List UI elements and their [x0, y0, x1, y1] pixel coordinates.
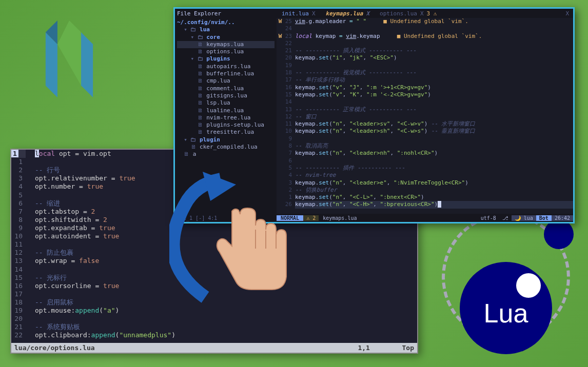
code-line[interactable]: 10keymap.set("n", "<leader>sh", "<C-w>s"… — [277, 128, 573, 135]
tree-file-cmp.lua[interactable]: 🗎 cmp.lua — [177, 77, 275, 85]
status-pos: 1,1 Top — [358, 344, 414, 352]
code-line[interactable]: 8-- 取消高亮 — [277, 142, 573, 150]
tree-file-treesitter.lua[interactable]: 🗎 treesitter.lua — [177, 129, 275, 136]
time-badge: 26:42 — [552, 215, 573, 221]
file-badge: keymaps.lua — [319, 215, 361, 221]
code-line[interactable]: 13-- ---------- 正常模式 ---------- --- — [277, 106, 573, 113]
lua-logo: Lua — [444, 223, 578, 357]
tab-init-lua[interactable]: init.luaX — [277, 10, 321, 17]
code-line[interactable]: 19 — [277, 62, 573, 69]
code-line[interactable]: 4-- nvim-tree — [277, 172, 573, 179]
code-line[interactable]: 9 — [277, 135, 573, 142]
tree-folder-plugin[interactable]: ▾ 🗀 plugin — [177, 136, 275, 144]
code-line[interactable]: 26keymap.set("n", "<C-H>", ":bprevious<C… — [277, 201, 573, 208]
pos-badge: Bot — [536, 215, 552, 221]
code-line[interactable]: 6 — [277, 157, 573, 165]
tree-file-autopairs.lua[interactable]: 🗎 autopairs.lua — [177, 63, 275, 70]
tree-file-lualine.lua[interactable]: 🗎 lualine.lua — [177, 107, 275, 114]
tree-folder-lua[interactable]: ▾ 🗀 lua — [177, 26, 275, 33]
code-panel[interactable]: W25vim.g.mapleader = " " ■ Undefined glo… — [277, 18, 573, 214]
tree-folder-plugins[interactable]: ▾ 🗀 plugins — [177, 55, 275, 63]
tree-file-bufferline.lua[interactable]: 🗎 bufferline.lua — [177, 70, 275, 77]
code-line[interactable]: 1keymap.set("n", "<C-L>", ":bnext<CR>") — [277, 194, 573, 201]
close-all-icon[interactable]: X — [565, 10, 573, 17]
tree-file-plugins-setup.lua[interactable]: 🗎 plugins-setup.lua — [177, 121, 275, 129]
code-line[interactable]: W23local keymap = vim.keymap ■ Undefined… — [277, 33, 573, 40]
lua-logo-text: Lua — [484, 298, 528, 329]
file-explorer-title: File Explorer — [175, 10, 277, 17]
tree-folder-core[interactable]: ▾ 🗀 core — [177, 34, 275, 41]
tab-bar: File Explorer init.luaXkeymaps.luaXoptio… — [175, 9, 573, 18]
tree-file-nvim-tree.lua[interactable]: 🗎 nvim-tree.lua — [177, 114, 275, 121]
tree-file-lsp.lua[interactable]: 🗎 lsp.lua — [177, 99, 275, 107]
tab-keymaps-lua[interactable]: keymaps.luaX — [321, 10, 375, 17]
code-line[interactable]: 2-- 切换buffer — [277, 187, 573, 194]
code-line[interactable]: 22opt.clipboard:append("unnamedplus") — [11, 331, 417, 339]
code-line[interactable]: 21-- 系统剪贴板 — [11, 323, 417, 331]
lang-badge: 🌙 lua — [512, 215, 536, 221]
code-line[interactable]: 5-- ---------- 插件 ---------- --- — [277, 165, 573, 172]
code-line[interactable]: 14 — [277, 98, 573, 106]
close-icon[interactable]: X — [366, 10, 369, 17]
statusbar: lua/core/options.lua 1,1 Top — [11, 343, 417, 353]
code-line[interactable]: 11keymap.set("n", "<leader>sv", "<C-w>v"… — [277, 120, 573, 128]
tree-file-a[interactable]: 🗎 a — [177, 151, 275, 158]
code-line[interactable]: 16keymap.set("v", "J", ":m '>+1<CR>gv=gv… — [277, 84, 573, 91]
absolute-linenum: 1 — [11, 150, 18, 157]
code-line[interactable]: 20keymap.set("i", "jk", "<ESC>") — [277, 54, 573, 62]
tree-file-cker_compiled.lua[interactable]: 🗎 cker_compiled.lua — [177, 144, 275, 151]
code-line[interactable]: 17-- 单行或多行移动 — [277, 76, 573, 84]
encoding-badge: utf-8 — [478, 215, 499, 221]
tree-file-options.lua[interactable]: 🗎 options.lua — [177, 48, 275, 55]
branch-icon: ⎇ — [499, 215, 512, 221]
code-line[interactable]: W25vim.g.mapleader = " " ■ Undefined glo… — [277, 18, 573, 25]
code-line[interactable]: 7keymap.set("n", "<leader>nh", ":nohl<CR… — [277, 150, 573, 157]
code-line[interactable]: 15keymap.set("v", "K", ":m '<-2<CR>gv=gv… — [277, 91, 573, 98]
code-line[interactable]: 21-- ---------- 插入模式 ---------- --- — [277, 47, 573, 54]
code-line[interactable]: 18-- ---------- 视觉模式 ---------- --- — [277, 69, 573, 76]
neovim-logo — [38, 21, 100, 97]
tree-file-keymaps.lua[interactable]: 🗎 keymaps.lua — [177, 41, 275, 48]
code-line[interactable]: 12-- 窗口 — [277, 113, 573, 120]
tree-file-gitsigns.lua[interactable]: 🗎 gitsigns.lua — [177, 92, 275, 99]
tree-file-comment.lua[interactable]: 🗎 comment.lua — [177, 85, 275, 92]
code-line[interactable]: 24 — [277, 25, 573, 32]
code-line[interactable]: 22 — [277, 40, 573, 47]
code-line[interactable]: 3keymap.set("n", "<leader>e", ":NvimTree… — [277, 179, 573, 187]
close-icon[interactable]: X — [420, 10, 424, 17]
hand-pointer-icon — [169, 169, 313, 313]
code-line[interactable]: 20 — [11, 315, 417, 323]
tree-path: ~/.config/nvim/.. — [177, 19, 275, 26]
tab-options-lua[interactable]: options.luaX 3 ⚠ — [375, 10, 442, 17]
status-file: lua/core/options.lua — [14, 344, 95, 352]
close-icon[interactable]: X — [312, 10, 316, 17]
